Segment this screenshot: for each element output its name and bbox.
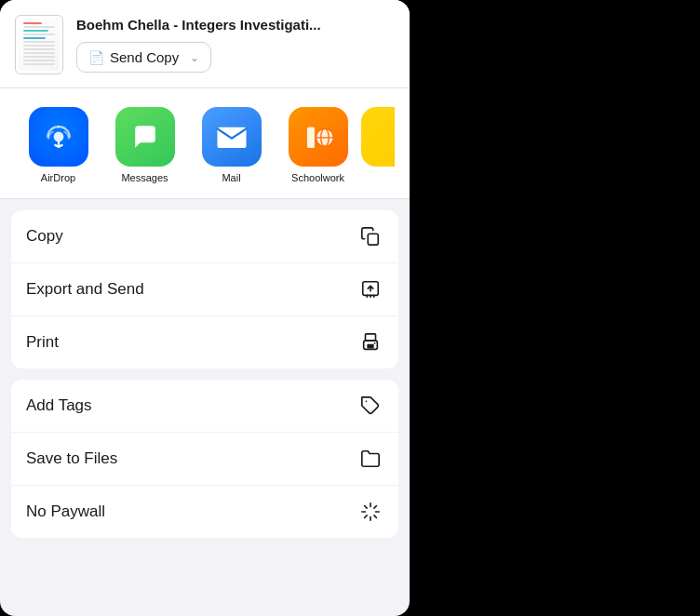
svg-rect-11	[368, 234, 378, 245]
send-copy-label: Send Copy	[110, 49, 179, 65]
loader-icon	[357, 499, 384, 525]
print-icon	[357, 329, 384, 355]
app-schoolwork[interactable]: Schoolwork	[275, 107, 361, 183]
svg-line-21	[374, 516, 377, 518]
export-and-send-action[interactable]: Export and Send	[11, 263, 398, 316]
export-icon	[357, 276, 384, 302]
partial-app-icon	[361, 107, 395, 167]
folder-icon	[357, 446, 384, 472]
airdrop-label: AirDrop	[41, 172, 75, 183]
scroll-area[interactable]: AirDrop Messages Mail	[0, 88, 410, 583]
airdrop-icon	[29, 107, 88, 167]
print-action[interactable]: Print	[11, 316, 398, 368]
no-paywall-label: No Paywall	[26, 502, 105, 521]
add-tags-label: Add Tags	[26, 396, 92, 415]
send-copy-button[interactable]: 📄 Send Copy ⌄	[76, 42, 211, 73]
svg-rect-6	[308, 127, 314, 148]
document-title: Boehm Chella - Integers Investigati...	[76, 17, 395, 33]
app-airdrop[interactable]: AirDrop	[15, 107, 101, 183]
save-to-files-action[interactable]: Save to Files	[11, 433, 398, 486]
panel-header: Boehm Chella - Integers Investigati... 📄…	[0, 0, 410, 88]
copy-action[interactable]: Copy	[11, 210, 398, 263]
action-group-1: Copy Export and Send	[11, 210, 398, 368]
app-mail[interactable]: Mail	[188, 107, 275, 183]
schoolwork-icon	[289, 107, 348, 167]
chevron-icon: ⌄	[190, 51, 199, 64]
svg-point-16	[374, 342, 376, 344]
header-content: Boehm Chella - Integers Investigati... 📄…	[76, 17, 395, 73]
mail-label: Mail	[222, 172, 240, 183]
svg-rect-13	[366, 334, 376, 341]
send-copy-icon: 📄	[88, 50, 104, 65]
add-tags-action[interactable]: Add Tags	[11, 380, 398, 433]
save-to-files-label: Save to Files	[26, 449, 117, 468]
copy-label: Copy	[26, 227, 63, 246]
app-messages[interactable]: Messages	[101, 107, 188, 183]
messages-label: Messages	[121, 172, 168, 183]
action-group-2: Add Tags Save to Files No Paywall	[11, 380, 398, 538]
apps-row: AirDrop Messages Mail	[0, 88, 410, 199]
svg-point-0	[53, 132, 63, 142]
mail-icon	[202, 107, 262, 167]
schoolwork-label: Schoolwork	[291, 172, 344, 183]
doc-thumbnail	[15, 15, 63, 74]
svg-line-20	[365, 506, 368, 509]
export-label: Export and Send	[26, 280, 144, 299]
svg-rect-15	[367, 344, 373, 349]
copy-icon	[357, 223, 384, 249]
messages-icon	[115, 107, 175, 167]
print-label: Print	[26, 333, 59, 352]
svg-line-24	[365, 516, 368, 518]
tag-icon	[357, 393, 384, 419]
partial-app	[361, 107, 395, 183]
no-paywall-action[interactable]: No Paywall	[11, 486, 398, 538]
share-panel: Boehm Chella - Integers Investigati... 📄…	[0, 0, 410, 616]
svg-line-25	[374, 506, 377, 509]
